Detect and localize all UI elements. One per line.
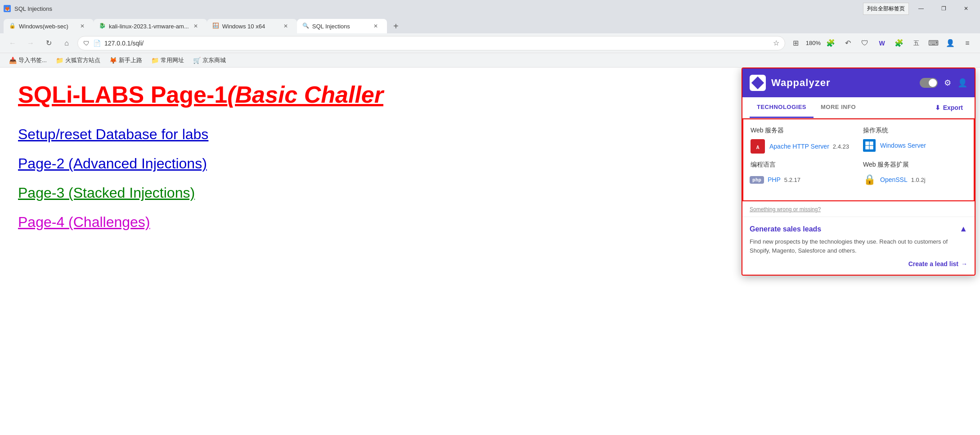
- forward-button[interactable]: →: [23, 36, 38, 50]
- tab-favicon-4: 🔍: [302, 23, 310, 30]
- section-web-server: Web 服务器 A Apache HTTP Server 2.4.23: [751, 127, 854, 154]
- bookmark-firefox[interactable]: 📁 火狐官方站点: [52, 55, 104, 66]
- tab-close-3[interactable]: ✕: [282, 22, 290, 30]
- shield-icon-btn[interactable]: 🛡: [858, 36, 872, 50]
- tab-windows10[interactable]: 🪟 Windows 10 x64 ✕: [207, 19, 297, 33]
- bookmark-import[interactable]: 📥 导入书签...: [5, 55, 50, 66]
- section-row-2: 编程语言 php PHP 5.2.17: [751, 161, 967, 186]
- php-item: php PHP 5.2.17: [751, 173, 854, 186]
- bookmark-common[interactable]: 📁 常用网址: [148, 55, 188, 66]
- bookmark-jd[interactable]: 🛒 京东商城: [189, 55, 229, 66]
- menu-button[interactable]: ≡: [960, 36, 975, 50]
- puzzle-icon-btn[interactable]: 🧩: [892, 36, 906, 50]
- tab-title-4: SQL Injections: [312, 23, 369, 30]
- tab-windows-web-sec[interactable]: 🔒 Windows(web-sec) ✕: [4, 19, 94, 33]
- wappalyzer-tab-list: TECHNOLOGIES MORE INFO: [750, 97, 863, 118]
- extension-icon-btn[interactable]: 🧩: [823, 36, 838, 50]
- web-server-title: Web 服务器: [751, 127, 854, 135]
- wappalyzer-settings-icon[interactable]: ⚙: [944, 78, 951, 88]
- keyboard-icon-btn[interactable]: ⌨: [926, 36, 940, 50]
- restore-button[interactable]: ❐: [933, 2, 954, 15]
- back-button[interactable]: ←: [5, 36, 20, 50]
- php-version: 5.2.17: [784, 177, 800, 183]
- wappalyzer-toggle-knob: [929, 79, 937, 87]
- url-text: 127.0.0.1/sqli/: [104, 40, 769, 47]
- wappalyzer-content: Web 服务器 A Apache HTTP Server 2.4.23: [742, 118, 975, 201]
- php-link[interactable]: PHP: [768, 176, 781, 183]
- wappalyzer-toggle[interactable]: [920, 78, 938, 88]
- home-icon: ⌂: [64, 39, 69, 47]
- wappalyzer-panel: Wappalyzer ⚙ 👤 TECHNOLOGIES MORE INFO: [742, 68, 976, 276]
- apache-icon: A: [751, 139, 765, 154]
- windows-server-info: Windows Server: [880, 142, 926, 149]
- tab-technologies-label: TECHNOLOGIES: [757, 104, 806, 110]
- tab-close-1[interactable]: ✕: [78, 22, 86, 30]
- minimize-button[interactable]: —: [911, 2, 931, 15]
- tab-title-2: kali-linux-2023.1-vmware-am...: [109, 23, 189, 30]
- bookmark-star-icon[interactable]: ☆: [773, 39, 779, 47]
- wrong-missing-section: Something wrong or missing?: [742, 201, 975, 217]
- tab-sql-injections[interactable]: 🔍 SQL Injections ✕: [297, 19, 387, 33]
- close-button[interactable]: ✕: [956, 2, 976, 15]
- nav-bar: ← → ↻ ⌂ 🛡 📄 127.0.0.1/sqli/ ☆ ⊞ 180% 🧩 ↶…: [0, 33, 980, 53]
- page-title-normal: SQLi-LABS Page-1: [18, 82, 227, 108]
- php-icon: php: [750, 176, 764, 184]
- bookmark-newbie[interactable]: 🦊 新手上路: [106, 55, 146, 66]
- bookmark-newbie-label: 新手上路: [119, 56, 142, 64]
- openssl-name-ver: OpenSSL 1.0.2j: [880, 176, 926, 183]
- new-tab-button[interactable]: +: [389, 19, 403, 33]
- reload-button[interactable]: ↻: [41, 36, 56, 50]
- undo-icon-btn[interactable]: ↶: [841, 36, 855, 50]
- wappalyzer-user-icon[interactable]: 👤: [958, 78, 967, 88]
- five-icon-btn[interactable]: 五: [909, 36, 923, 50]
- bookmark-common-label: 常用网址: [161, 56, 184, 64]
- tab-more-info-label: MORE INFO: [821, 104, 856, 110]
- openssl-item: 🔒 OpenSSL 1.0.2j: [863, 173, 967, 186]
- browser-icon: 🦊: [4, 5, 11, 12]
- generate-leads-section: Generate sales leads ▲ Find new prospect…: [742, 217, 975, 275]
- bookmarks-bar: 📥 导入书签... 📁 火狐官方站点 🦊 新手上路 📁 常用网址 🛒 京东商城: [0, 53, 980, 68]
- apache-link[interactable]: Apache HTTP Server: [769, 143, 829, 150]
- grid-icon-btn[interactable]: ⊞: [789, 36, 803, 50]
- chevron-up-icon[interactable]: ▲: [959, 224, 967, 234]
- tab-close-2[interactable]: ✕: [192, 22, 200, 30]
- restore-icon: ❐: [941, 5, 946, 12]
- url-bar[interactable]: 🛡 📄 127.0.0.1/sqli/ ☆: [77, 36, 785, 50]
- tab-more-info[interactable]: MORE INFO: [814, 97, 863, 118]
- nav-right: ⊞ 180% 🧩 ↶ 🛡 W 🧩 五 ⌨ 👤 ≡: [789, 36, 975, 50]
- wappalyzer-icon-btn[interactable]: W: [875, 36, 889, 50]
- tab-kali[interactable]: 🐉 kali-linux-2023.1-vmware-am... ✕: [94, 19, 207, 33]
- create-lead-list-link[interactable]: Create a lead list →: [750, 260, 967, 267]
- close-icon: ✕: [964, 5, 968, 12]
- wappalyzer-tabs: TECHNOLOGIES MORE INFO ⬇ Export: [742, 97, 975, 118]
- tab-close-4[interactable]: ✕: [372, 22, 380, 30]
- home-button[interactable]: ⌂: [59, 36, 74, 50]
- wappalyzer-title: Wappalyzer: [771, 77, 830, 89]
- bookmark-jd-icon: 🛒: [193, 57, 201, 64]
- svg-text:A: A: [756, 145, 759, 150]
- windows-server-link[interactable]: Windows Server: [880, 142, 926, 149]
- openssl-icon: 🔒: [863, 174, 876, 186]
- svg-rect-4: [865, 146, 869, 150]
- avatar-icon-btn[interactable]: 👤: [943, 36, 958, 50]
- openssl-link[interactable]: OpenSSL: [880, 176, 908, 183]
- svg-rect-5: [870, 146, 873, 150]
- section-os: 操作系统 Windows Server: [863, 127, 967, 154]
- tab-favicon-3: 🪟: [212, 23, 220, 30]
- list-all-tabs-btn[interactable]: 列出全部标签页: [863, 3, 909, 15]
- title-bar-left: 🦊 SQL Injections: [4, 5, 52, 12]
- windows-server-item: Windows Server: [863, 139, 967, 152]
- tab-technologies[interactable]: TECHNOLOGIES: [750, 97, 814, 118]
- apache-version: 2.4.23: [833, 143, 849, 150]
- export-label: Export: [943, 104, 963, 111]
- page-icon: 📄: [93, 40, 101, 47]
- apache-item: A Apache HTTP Server 2.4.23: [751, 139, 854, 154]
- wrong-missing-link[interactable]: Something wrong or missing?: [750, 206, 821, 213]
- svg-rect-2: [865, 141, 869, 145]
- openssl-icon-wrapper: 🔒: [863, 173, 876, 186]
- export-button[interactable]: ⬇ Export: [931, 101, 967, 114]
- apache-logo-svg: A: [751, 140, 764, 153]
- back-icon: ←: [9, 39, 16, 47]
- leads-description: Find new prospects by the technologies t…: [750, 237, 967, 255]
- wappalyzer-logo-icon: [750, 75, 766, 91]
